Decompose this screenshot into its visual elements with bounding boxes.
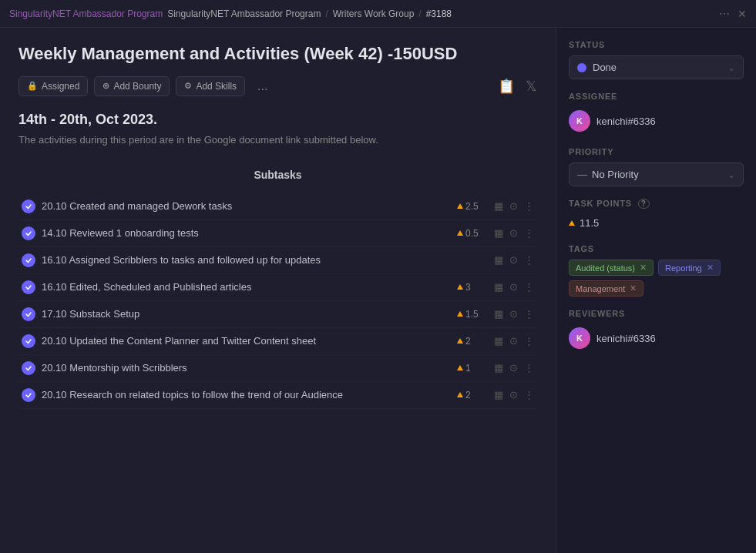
subtask-points-0: 2.5 [457,201,488,212]
subtask-actions-3: ▦ ⊙ ⋮ [494,281,534,293]
subtask-actions-5: ▦ ⊙ ⋮ [494,335,534,347]
task-points-label: TASK POINTS ? [569,199,744,208]
tag-reporting[interactable]: Reporting✕ [658,260,721,276]
more-icon-5[interactable]: ⋮ [524,335,534,347]
subtask-points-4: 1.5 [457,309,488,320]
tag-remove-1[interactable]: ✕ [707,263,714,273]
priority-inner: — No Priority [577,169,639,180]
window-more-icon[interactable]: ⋯ [719,8,730,20]
priority-dropdown[interactable]: — No Priority ⌄ [569,163,744,186]
points-icon-0 [457,203,463,209]
task-actions: 🔒 Assigned ⊕ Add Bounty ⚙ Add Skills ...… [18,76,537,96]
more-icon-3[interactable]: ⋮ [524,281,534,293]
tag-management[interactable]: Management✕ [569,280,643,297]
chevron-down-icon: ⌄ [727,62,735,73]
top-bar: SingularityNET Ambassador Program Singul… [0,0,756,28]
add-skills-button[interactable]: ⚙ Add Skills [176,76,245,96]
subtask-row: 16.10 Assigned Scribblers to tasks and f… [18,247,537,274]
subtask-text-1: 14.10 Reviewed 1 onboarding tests [42,227,451,239]
assigned-button[interactable]: 🔒 Assigned [18,76,88,96]
calendar-icon-2[interactable]: ▦ [494,254,503,266]
calendar-icon-5[interactable]: ▦ [494,335,503,347]
more-icon-0[interactable]: ⋮ [524,200,534,212]
tags-container: Audited (status)✕Reporting✕Management✕ [569,260,744,297]
subtask-check-4[interactable] [22,307,35,321]
subtask-text-0: 20.10 Created and managed Dework tasks [42,200,451,212]
main-layout: Weekly Management and Activities (Week 4… [0,28,756,553]
subtask-check-7[interactable] [22,388,35,402]
subtask-check-3[interactable] [22,280,35,294]
person-icon-0[interactable]: ⊙ [509,200,518,212]
person-icon-2[interactable]: ⊙ [509,254,518,266]
assigned-label: Assigned [42,81,79,92]
left-panel: Weekly Management and Activities (Week 4… [0,28,556,553]
subtask-text-5: 20.10 Updated the Content Planner and Tw… [42,335,451,347]
person-icon-7[interactable]: ⊙ [509,389,518,401]
calendar-icon-1[interactable]: ▦ [494,227,503,239]
priority-value: No Priority [592,169,639,180]
person-icon-1[interactable]: ⊙ [509,227,518,239]
status-dropdown[interactable]: Done ⌄ [569,55,744,79]
breadcrumb-group[interactable]: Writers Work Group [333,8,415,19]
more-icon-4[interactable]: ⋮ [524,308,534,320]
breadcrumb: SingularityNET Ambassador Program Singul… [9,8,452,19]
breadcrumb-issue: #3188 [426,8,452,19]
task-points-help-icon[interactable]: ? [638,199,650,209]
right-panel: STATUS Done ⌄ ASSIGNEE K kenichi#6336 PR… [556,28,756,553]
person-icon-3[interactable]: ⊙ [509,281,518,293]
add-bounty-label: Add Bounty [113,81,161,92]
subtask-points-3: 3 [457,282,488,293]
tag-remove-0[interactable]: ✕ [640,263,647,273]
points-triangle-icon [569,220,575,226]
more-icon-7[interactable]: ⋮ [524,389,534,401]
points-icon-3 [457,284,463,290]
window-close-icon[interactable]: ✕ [738,8,747,20]
tag-label-1: Reporting [665,263,702,273]
calendar-icon-3[interactable]: ▦ [494,281,503,293]
twitter-icon[interactable]: 𝕏 [526,78,537,95]
subtask-row: 16.10 Edited, Scheduled and Published ar… [18,274,537,301]
more-options-button[interactable]: ... [251,76,274,96]
subtask-check-1[interactable] [22,226,35,240]
subtask-row: 20.10 Updated the Content Planner and Tw… [18,328,537,355]
tag-remove-2[interactable]: ✕ [630,283,637,293]
no-priority-icon: — [577,169,587,180]
more-icon-6[interactable]: ⋮ [524,362,534,374]
subtask-text-6: 20.10 Mentorship with Scribblers [42,362,451,374]
bookmark-icon[interactable]: 📋 [498,78,515,95]
subtask-row: 20.10 Research on related topics to foll… [18,382,537,409]
calendar-icon-7[interactable]: ▦ [494,389,503,401]
tag-label-0: Audited (status) [576,263,635,273]
subtask-check-0[interactable] [22,199,35,213]
subtask-actions-0: ▦ ⊙ ⋮ [494,200,534,212]
add-bounty-button[interactable]: ⊕ Add Bounty [94,76,170,96]
subtask-row: 14.10 Reviewed 1 onboarding tests 0.5 ▦ … [18,220,537,247]
person-icon-4[interactable]: ⊙ [509,308,518,320]
person-icon-6[interactable]: ⊙ [509,362,518,374]
task-points-row: 11.5 [569,214,744,232]
points-icon-5 [457,338,463,344]
points-icon-7 [457,392,463,397]
subtask-row: 20.10 Created and managed Dework tasks 2… [18,193,537,220]
breadcrumb-app[interactable]: SingularityNET Ambassador Program [9,8,163,19]
subtask-check-6[interactable] [22,361,35,375]
reviewer-avatar: K [569,327,590,349]
subtask-points-7: 2 [457,390,488,401]
subtask-check-2[interactable] [22,253,35,267]
calendar-icon-0[interactable]: ▦ [494,200,503,212]
person-icon-5[interactable]: ⊙ [509,335,518,347]
assignee-row: K kenichi#6336 [569,107,744,135]
status-value: Done [593,62,617,73]
more-icon-2[interactable]: ⋮ [524,254,534,266]
calendar-icon-6[interactable]: ▦ [494,362,503,374]
calendar-icon-4[interactable]: ▦ [494,308,503,320]
breadcrumb-sep2: / [418,8,421,19]
breadcrumb-app-name[interactable]: SingularityNET Ambassador Program [167,8,321,19]
subtasks-list: 20.10 Created and managed Dework tasks 2… [18,193,537,409]
more-icon-1[interactable]: ⋮ [524,227,534,239]
tag-audited[interactable]: Audited (status)✕ [569,260,654,276]
subtask-text-4: 17.10 Substack Setup [42,308,451,320]
lock-icon: 🔒 [27,81,38,91]
subtask-check-5[interactable] [22,334,35,348]
breadcrumb-sep1: / [325,8,328,19]
